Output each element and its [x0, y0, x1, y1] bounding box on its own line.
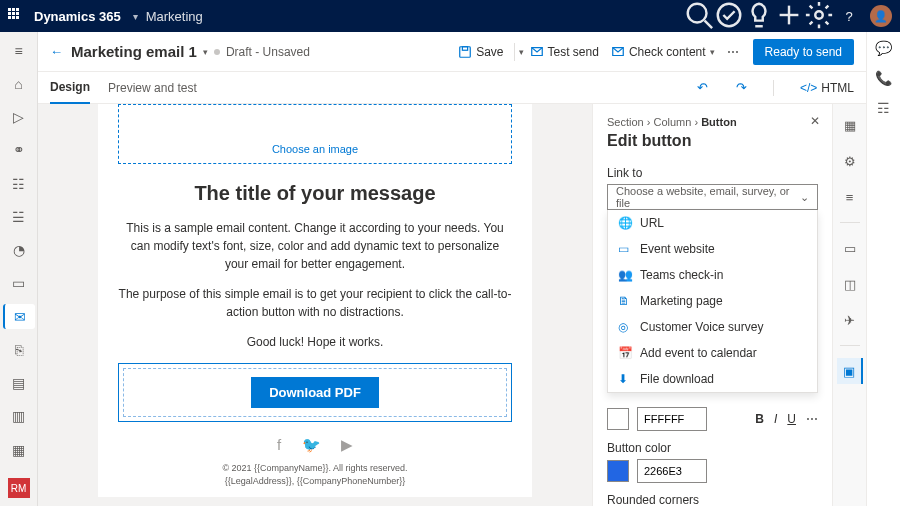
- redo-button[interactable]: ↷: [736, 80, 747, 95]
- nav-templates-icon[interactable]: ▭: [3, 271, 35, 296]
- nav-journeys-icon[interactable]: ⚭: [3, 138, 35, 163]
- nav-email-icon[interactable]: ✉: [3, 304, 35, 329]
- properties-panel: ✕ Section › Column › Button Edit button …: [592, 104, 832, 506]
- svg-point-2: [718, 3, 741, 26]
- lightbulb-icon[interactable]: [744, 0, 774, 33]
- svg-rect-8: [463, 46, 468, 50]
- chevron-down-icon: ⌄: [800, 191, 809, 204]
- bold-button[interactable]: B: [755, 412, 764, 426]
- link-to-combobox[interactable]: Choose a website, email, survey, or file…: [607, 184, 818, 210]
- social-icons: f 🐦 ▶: [118, 436, 512, 454]
- email-paragraph[interactable]: The purpose of this simple email is to g…: [118, 285, 512, 321]
- email-paragraph[interactable]: This is a sample email content. Change i…: [118, 219, 512, 273]
- global-top-bar: Dynamics 365 ▾ Marketing ? 👤: [0, 0, 900, 32]
- email-paragraph[interactable]: Good luck! Hope it works.: [118, 333, 512, 351]
- save-split-chevron[interactable]: ▾: [519, 47, 524, 57]
- user-avatar[interactable]: 👤: [870, 5, 892, 27]
- toolbox-layout-icon[interactable]: ▭: [837, 235, 863, 261]
- toolbox-properties-icon[interactable]: ▣: [837, 358, 863, 384]
- format-overflow[interactable]: ⋯: [806, 412, 818, 426]
- svg-rect-7: [460, 46, 471, 57]
- tab-design[interactable]: Design: [50, 72, 90, 104]
- copilot-icon[interactable]: 💬: [875, 40, 892, 56]
- calendar-icon: 📅: [618, 346, 632, 360]
- svg-point-0: [688, 3, 707, 22]
- page-title: Marketing email 1: [71, 43, 197, 60]
- link-to-label: Link to: [607, 166, 818, 180]
- app-side-rail: 💬 📞 ☶: [866, 32, 900, 506]
- toolbox-elements-icon[interactable]: ▦: [837, 112, 863, 138]
- nav-flows-icon[interactable]: ☱: [3, 204, 35, 229]
- button-color-swatch[interactable]: [607, 460, 629, 482]
- ready-to-send-button[interactable]: Ready to send: [753, 39, 854, 65]
- text-color-input[interactable]: [637, 407, 707, 431]
- email-footer[interactable]: © 2021 {{CompanyName}}. All rights reser…: [118, 462, 512, 487]
- button-color-label: Button color: [607, 441, 818, 455]
- nav-forms-icon[interactable]: ⎘: [3, 337, 35, 362]
- task-list-icon[interactable]: ☶: [877, 100, 890, 116]
- image-placeholder[interactable]: Choose an image: [118, 104, 512, 164]
- email-title[interactable]: The title of your message: [118, 182, 512, 205]
- italic-button[interactable]: I: [774, 412, 777, 426]
- area-switcher[interactable]: RM: [8, 478, 30, 498]
- nav-hamburger-icon[interactable]: ≡: [3, 38, 35, 63]
- settings-icon[interactable]: [804, 0, 834, 33]
- task-icon[interactable]: [714, 0, 744, 33]
- option-url[interactable]: 🌐URL: [608, 210, 817, 236]
- link-to-dropdown: 🌐URL ▭Event website 👥Teams check-in 🗎Mar…: [607, 210, 818, 393]
- toolbox-send-icon[interactable]: ✈: [837, 307, 863, 333]
- youtube-icon[interactable]: ▶: [341, 436, 353, 453]
- nav-home-icon[interactable]: ⌂: [3, 71, 35, 96]
- text-color-swatch[interactable]: [607, 408, 629, 430]
- option-customer-voice[interactable]: ◎Customer Voice survey: [608, 314, 817, 340]
- app-area[interactable]: Marketing: [146, 9, 203, 24]
- tab-preview[interactable]: Preview and test: [108, 73, 197, 103]
- window-icon: ▭: [618, 242, 632, 256]
- panel-heading: Edit button: [607, 132, 818, 150]
- rounded-corners-label: Rounded corners: [607, 493, 818, 506]
- nav-play-icon[interactable]: ▷: [3, 105, 35, 130]
- brand-name[interactable]: Dynamics 365: [34, 9, 121, 24]
- option-event-website[interactable]: ▭Event website: [608, 236, 817, 262]
- check-content-button[interactable]: Check content ▾: [611, 45, 715, 59]
- nav-pages-icon[interactable]: ▤: [3, 371, 35, 396]
- close-panel-button[interactable]: ✕: [810, 114, 820, 128]
- nav-assets-icon[interactable]: ▦: [3, 437, 35, 462]
- teams-icon: 👥: [618, 268, 632, 282]
- option-teams-checkin[interactable]: 👥Teams check-in: [608, 262, 817, 288]
- button-color-input[interactable]: [637, 459, 707, 483]
- facebook-icon[interactable]: f: [277, 436, 281, 453]
- overflow-button[interactable]: ⋯: [727, 45, 739, 59]
- nav-segments-icon[interactable]: ☷: [3, 171, 35, 196]
- toolbox-styles-icon[interactable]: ≡: [837, 184, 863, 210]
- underline-button[interactable]: U: [787, 412, 796, 426]
- help-icon[interactable]: ?: [834, 9, 864, 24]
- nav-library-icon[interactable]: ▥: [3, 404, 35, 429]
- survey-icon: ◎: [618, 320, 632, 334]
- button-element-selected[interactable]: Download PDF: [118, 363, 512, 422]
- toolbox-settings-icon[interactable]: ⚙: [837, 148, 863, 174]
- app-launcher-icon[interactable]: [8, 8, 24, 24]
- option-file-download[interactable]: ⬇File download: [608, 366, 817, 392]
- add-icon[interactable]: [774, 0, 804, 33]
- breadcrumb: Section › Column › Button: [607, 116, 818, 128]
- undo-button[interactable]: ↶: [697, 80, 708, 95]
- phone-icon[interactable]: 📞: [875, 70, 892, 86]
- command-bar: ← Marketing email 1 ▾ Draft - Unsaved Sa…: [38, 32, 866, 72]
- email-canvas[interactable]: Choose an image The title of your messag…: [38, 104, 592, 506]
- title-chevron-icon[interactable]: ▾: [203, 47, 208, 57]
- save-button[interactable]: Save: [458, 45, 503, 59]
- back-button[interactable]: ←: [50, 44, 63, 59]
- globe-icon: 🌐: [618, 216, 632, 230]
- option-marketing-page[interactable]: 🗎Marketing page: [608, 288, 817, 314]
- search-icon[interactable]: [684, 0, 714, 33]
- option-add-event[interactable]: 📅Add event to calendar: [608, 340, 817, 366]
- test-send-button[interactable]: Test send: [530, 45, 599, 59]
- toolbox-blocks-icon[interactable]: ◫: [837, 271, 863, 297]
- nav-insights-icon[interactable]: ◔: [3, 238, 35, 263]
- html-toggle[interactable]: </>HTML: [800, 81, 854, 95]
- cta-button[interactable]: Download PDF: [251, 377, 379, 408]
- site-nav-rail: ≡ ⌂ ▷ ⚭ ☷ ☱ ◔ ▭ ✉ ⎘ ▤ ▥ ▦ RM: [0, 32, 38, 506]
- download-icon: ⬇: [618, 372, 632, 386]
- twitter-icon[interactable]: 🐦: [302, 436, 321, 453]
